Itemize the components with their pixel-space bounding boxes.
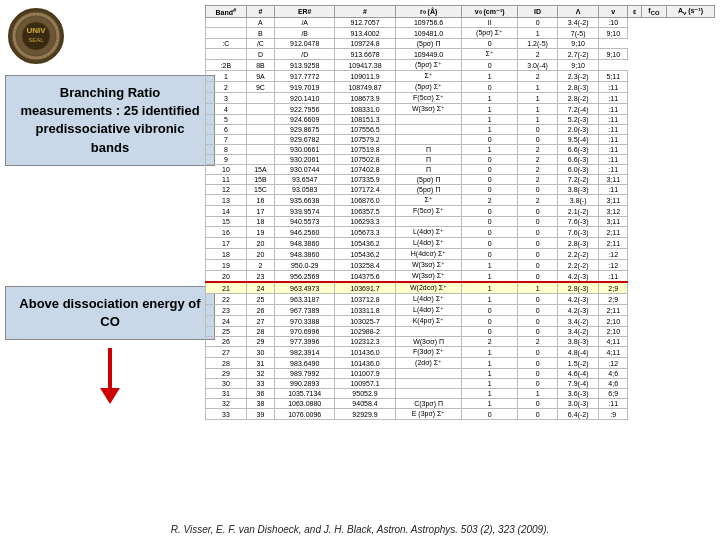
branching-ratio-label: Branching Ratio measurements : 25 identi… (5, 75, 215, 166)
table-cell: 109449.0 (395, 49, 462, 60)
table-cell: 2 (462, 337, 517, 347)
table-cell (395, 327, 462, 337)
table-cell: 1 (462, 260, 517, 271)
table-cell: 1.2(-5) (517, 39, 558, 49)
table-cell (206, 18, 247, 28)
table-cell: 0 (517, 249, 558, 260)
table-cell: 946.2560 (275, 227, 335, 238)
table-cell: 3.0(-4) (517, 60, 558, 71)
table-cell: 103311.8 (335, 305, 395, 316)
table-cell: F(5cσ) Σ⁺ (395, 206, 462, 217)
table-cell: 0 (517, 217, 558, 227)
table-cell: 93.0583 (275, 185, 335, 195)
table-cell: 25 (246, 294, 274, 305)
table-cell: 109481.0 (395, 28, 462, 39)
table-cell: 0 (517, 227, 558, 238)
table-cell: 4.6(-4) (558, 369, 599, 379)
table-cell: 0 (462, 217, 517, 227)
table-cell: 2.3(-2) (558, 71, 599, 82)
table-cell: 107556.5 (335, 125, 395, 135)
table-cell: 26 (246, 305, 274, 316)
table-cell: :2B (206, 60, 247, 71)
table-cell: 5 (206, 115, 247, 125)
table-cell: 2.2(-2) (558, 260, 599, 271)
table-cell: 102988-2 (335, 327, 395, 337)
table-cell: 92929.9 (335, 409, 395, 420)
table-row: 5924.6609108151.3115.2(-3):11 (206, 115, 715, 125)
table-row: 33391076.009692929.9E (3pσ) Σ⁺006.4(-2):… (206, 409, 715, 420)
table-row: 8930.0661107519.8Π126.6(-3):11 (206, 145, 715, 155)
table-cell: 1076.0096 (275, 409, 335, 420)
table-row: 6929.8675107556.5102.0(-3):11 (206, 125, 715, 135)
table-cell: 2;9 (598, 294, 628, 305)
table-cell: 23 (206, 305, 247, 316)
table-cell: 3.8(-) (558, 195, 599, 206)
table-cell (246, 155, 274, 165)
table-cell: W(3sσ) Σ⁺ (395, 104, 462, 115)
table-cell: 963.4973 (275, 282, 335, 294)
table-cell: 3.8(-3) (558, 337, 599, 347)
table-row: 1619946.2560105673.3L(4dσ) Σ⁺007.6(-3)2;… (206, 227, 715, 238)
table-cell: 2.7(-2) (558, 49, 599, 60)
svg-text:SEAL: SEAL (28, 37, 44, 43)
col-v: v (598, 6, 628, 18)
table-cell: 1063.0880 (275, 399, 335, 409)
table-cell: 3;11 (598, 217, 628, 227)
table-cell (246, 115, 274, 125)
arrow-line (108, 348, 112, 388)
table-row: 4922.7956108331.0W(3sσ) Σ⁺117.2(-4):11 (206, 104, 715, 115)
table-cell: 16 (206, 227, 247, 238)
table-cell: 27 (246, 316, 274, 327)
table-cell: 982.3914 (275, 347, 335, 358)
table-cell: 31 (246, 358, 274, 369)
table-cell: 101436.0 (335, 358, 395, 369)
table-row: 2124963.4973103691.7W(2dcσ) Σ⁺112.8(-3)2… (206, 282, 715, 294)
table-cell: W(3sσ) Σ⁺ (395, 260, 462, 271)
table-cell (246, 104, 274, 115)
table-cell: 0 (462, 227, 517, 238)
table-row: 1115B93.6547107335.9(5pσ) Π027.2(-2)3;11 (206, 175, 715, 185)
table-cell: 6;9 (598, 389, 628, 399)
svg-text:UNIV: UNIV (26, 26, 46, 35)
table-cell: 3.4(-2) (558, 18, 599, 28)
table-row: 2528970.6996102988-2003.4(-2)2;10 (206, 327, 715, 337)
table-cell: 0 (462, 185, 517, 195)
table-cell: 4;11 (598, 347, 628, 358)
table-cell: 2.8(-3) (558, 282, 599, 294)
table-cell (395, 125, 462, 135)
table-cell: 6 (206, 125, 247, 135)
table-cell: 9;10 (598, 28, 628, 39)
table-cell: 1 (517, 282, 558, 294)
table-cell: 107402.8 (335, 165, 395, 175)
table-cell: 922.7956 (275, 104, 335, 115)
table-cell: 2.8(-3) (558, 82, 599, 93)
table-cell: 11 (206, 175, 247, 185)
table-cell: 0 (462, 60, 517, 71)
table-cell: 0 (462, 39, 517, 49)
table-cell: 2;11 (598, 227, 628, 238)
table-cell: Σ⁺ (395, 195, 462, 206)
table-row: 1417939.9574106357.5F(5cσ) Σ⁺002.1(-2)3;… (206, 206, 715, 217)
table-cell: 93.6547 (275, 175, 335, 185)
table-cell: 8 (206, 145, 247, 155)
table-cell (246, 125, 274, 135)
table-cell: 8B (246, 60, 274, 71)
table-cell: 977.3996 (275, 337, 335, 347)
table-cell: :11 (598, 115, 628, 125)
table-cell: 1 (462, 115, 517, 125)
table-cell: :9 (598, 409, 628, 420)
table-row: A/A912.7057109756.6II03.4(-2):10 (206, 18, 715, 28)
col-av: Av (s⁻¹) (667, 6, 715, 18)
table-row: 192950.0-29103258.4W(3sσ) Σ⁺102.2(-2):12 (206, 260, 715, 271)
table-row: 2326967.7389103311.8L(4dσ) Σ⁺004.2(-3)2;… (206, 305, 715, 316)
table-cell: 0 (517, 369, 558, 379)
table-cell: (5pσ) Π (395, 175, 462, 185)
table-cell: 21 (206, 282, 247, 294)
table-cell: 912.7057 (335, 18, 395, 28)
table-cell: :10 (598, 18, 628, 28)
table-cell: 9A (246, 71, 274, 82)
table-cell: 4.8(-4) (558, 347, 599, 358)
table-cell: 2;11 (598, 305, 628, 316)
table-cell: 17 (246, 206, 274, 217)
table-cell: 9;10 (558, 39, 599, 49)
